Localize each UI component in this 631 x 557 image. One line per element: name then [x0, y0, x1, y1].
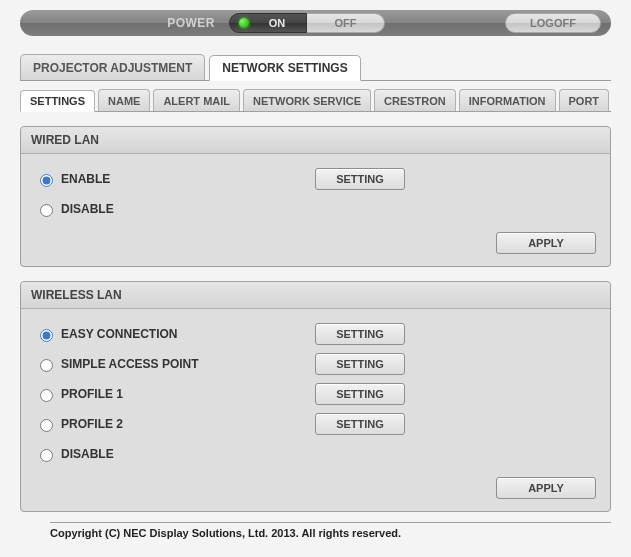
wireless-easy-option[interactable]: EASY CONNECTION [35, 326, 315, 342]
wired-disable-option[interactable]: DISABLE [35, 201, 315, 217]
wireless-sap-radio[interactable] [40, 359, 53, 372]
logoff-label: LOGOFF [530, 17, 576, 29]
wireless-p2-option[interactable]: PROFILE 2 [35, 416, 315, 432]
power-on-button[interactable]: ON [229, 13, 307, 33]
wired-lan-panel: WIRED LAN ENABLE SETTING DISABLE APPLY [20, 126, 611, 267]
wireless-easy-label: EASY CONNECTION [61, 327, 177, 341]
wireless-p2-setting-button[interactable]: SETTING [315, 413, 405, 435]
wired-enable-label: ENABLE [61, 172, 110, 186]
wireless-apply-button[interactable]: APPLY [496, 477, 596, 499]
subtab-name[interactable]: NAME [98, 89, 150, 111]
wired-disable-label: DISABLE [61, 202, 114, 216]
wireless-p1-setting-button[interactable]: SETTING [315, 383, 405, 405]
power-label: POWER [167, 16, 215, 30]
tab-projector-adjustment[interactable]: PROJECTOR ADJUSTMENT [20, 54, 205, 80]
wired-enable-option[interactable]: ENABLE [35, 171, 315, 187]
wired-lan-title: WIRED LAN [21, 127, 610, 154]
wireless-disable-label: DISABLE [61, 447, 114, 461]
wireless-p2-label: PROFILE 2 [61, 417, 123, 431]
wired-apply-button[interactable]: APPLY [496, 232, 596, 254]
wireless-p1-label: PROFILE 1 [61, 387, 123, 401]
wireless-p1-option[interactable]: PROFILE 1 [35, 386, 315, 402]
wireless-sap-option[interactable]: SIMPLE ACCESS POINT [35, 356, 315, 372]
wireless-lan-title: WIRELESS LAN [21, 282, 610, 309]
power-off-button[interactable]: OFF [307, 13, 385, 33]
subtab-alert-mail[interactable]: ALERT MAIL [153, 89, 240, 111]
power-led-icon [239, 18, 249, 28]
subtab-information[interactable]: INFORMATION [459, 89, 556, 111]
wireless-p2-radio[interactable] [40, 419, 53, 432]
sub-tab-bar: SETTINGS NAME ALERT MAIL NETWORK SERVICE… [20, 89, 611, 112]
wired-setting-button[interactable]: SETTING [315, 168, 405, 190]
wireless-lan-panel: WIRELESS LAN EASY CONNECTION SETTING SIM… [20, 281, 611, 512]
wireless-p1-radio[interactable] [40, 389, 53, 402]
subtab-settings[interactable]: SETTINGS [20, 90, 95, 112]
top-bar: POWER ON OFF LOGOFF [20, 10, 611, 36]
copyright-text: Copyright (C) NEC Display Solutions, Ltd… [50, 522, 611, 539]
power-off-label: OFF [335, 17, 357, 29]
wired-disable-radio[interactable] [40, 204, 53, 217]
wireless-sap-label: SIMPLE ACCESS POINT [61, 357, 199, 371]
main-tab-bar: PROJECTOR ADJUSTMENT NETWORK SETTINGS [20, 54, 611, 81]
power-toggle: ON OFF [229, 13, 385, 33]
wireless-sap-setting-button[interactable]: SETTING [315, 353, 405, 375]
subtab-port[interactable]: PORT [559, 89, 610, 111]
subtab-crestron[interactable]: CRESTRON [374, 89, 456, 111]
wireless-easy-radio[interactable] [40, 329, 53, 342]
wireless-easy-setting-button[interactable]: SETTING [315, 323, 405, 345]
wired-enable-radio[interactable] [40, 174, 53, 187]
logoff-button[interactable]: LOGOFF [505, 13, 601, 33]
wireless-disable-option[interactable]: DISABLE [35, 446, 315, 462]
tab-network-settings[interactable]: NETWORK SETTINGS [209, 55, 360, 81]
subtab-network-service[interactable]: NETWORK SERVICE [243, 89, 371, 111]
wireless-disable-radio[interactable] [40, 449, 53, 462]
power-on-label: ON [269, 17, 286, 29]
